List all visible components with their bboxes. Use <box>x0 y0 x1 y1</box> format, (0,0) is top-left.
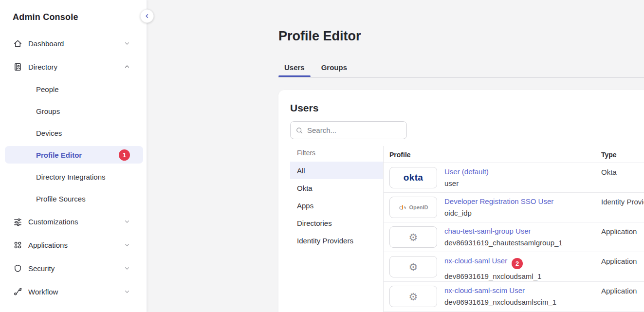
openid-logo: OpenID <box>389 197 437 218</box>
profile-type: Identity Provider <box>601 198 644 206</box>
sidebar-item-customizations[interactable]: Customizations <box>5 212 142 231</box>
tab-bar: Users Groups <box>278 59 353 77</box>
sidebar-collapse-button[interactable] <box>140 9 154 23</box>
profile-subtitle: user <box>444 179 489 187</box>
profiles-table: Profile Type okta User (default) user Ok… <box>383 146 644 312</box>
panel-title: Users <box>290 102 318 114</box>
sidebar-item-reports[interactable] <box>5 306 142 312</box>
profile-type: Application <box>601 257 637 265</box>
table-row: ⚙︎ chau-test-saml-group User dev86931619… <box>383 222 644 252</box>
profile-subtitle: dev86931619_nxcloudsaml_1 <box>444 272 541 280</box>
directory-icon <box>13 62 22 72</box>
table-row: ⚙︎ nx-cloud-saml User2 dev86931619_nxclo… <box>383 252 644 282</box>
sidebar-item-profile-sources[interactable]: Profile Sources <box>5 190 143 207</box>
chevron-down-icon <box>124 265 130 272</box>
profile-subtitle: dev86931619_nxcloudsamlscim_1 <box>444 298 556 306</box>
step-badge-2: 2 <box>512 258 523 269</box>
app-title: Admin Console <box>13 12 78 22</box>
sliders-icon <box>13 217 22 226</box>
gear-icon: ⚙︎ <box>389 256 437 277</box>
sidebar-item-security[interactable]: Security <box>5 259 142 277</box>
tab-users[interactable]: Users <box>278 59 311 77</box>
table-header: Profile Type <box>383 146 644 163</box>
profile-type: Application <box>601 227 637 236</box>
sidebar-item-applications[interactable]: Applications <box>5 236 142 254</box>
filter-apps[interactable]: Apps <box>290 197 383 214</box>
sidebar-item-people[interactable]: People <box>5 80 143 98</box>
gear-icon: ⚙︎ <box>389 226 437 248</box>
gear-icon: ⚙︎ <box>389 286 437 307</box>
sidebar-item-workflow[interactable]: Workflow <box>5 282 142 301</box>
users-panel: Users Filters All Okta Apps Directories … <box>278 90 644 312</box>
openid-icon <box>398 203 407 212</box>
column-header-type: Type <box>601 151 617 159</box>
search-input-wrap[interactable] <box>290 121 407 139</box>
profile-link-user-default[interactable]: User (default) <box>444 167 489 176</box>
table-row: ⚙︎ nx-cloud-saml-scim User dev86931619_n… <box>383 282 644 312</box>
tab-divider <box>278 77 644 78</box>
profile-link-chau-test-saml-group[interactable]: chau-test-saml-group User <box>444 227 531 235</box>
profile-type: Okta <box>601 168 617 176</box>
sidebar-item-directory-integrations[interactable]: Directory Integrations <box>5 168 143 185</box>
filters-label: Filters <box>297 149 315 157</box>
okta-logo: okta <box>389 167 437 188</box>
sidebar-item-profile-editor[interactable]: Profile Editor 1 <box>5 146 143 164</box>
chevron-down-icon <box>124 218 130 225</box>
home-icon <box>13 38 22 48</box>
shield-icon <box>13 263 22 273</box>
search-icon <box>295 127 303 134</box>
tab-groups[interactable]: Groups <box>315 59 353 77</box>
sidebar-item-devices[interactable]: Devices <box>5 124 143 142</box>
filter-all[interactable]: All <box>290 162 383 179</box>
profile-link-dev-registration-sso[interactable]: Developer Registration SSO User <box>444 197 553 205</box>
profile-link-nx-cloud-saml-scim[interactable]: nx-cloud-saml-scim User <box>444 286 525 294</box>
table-row: okta User (default) user Okta <box>383 163 644 193</box>
table-row: OpenID Developer Registration SSO User o… <box>383 193 644 222</box>
sidebar-item-groups[interactable]: Groups <box>5 102 143 120</box>
filter-identity-providers[interactable]: Identity Providers <box>290 232 383 249</box>
admin-console-page: Profile Editor Users Groups Users Filter… <box>0 0 644 312</box>
column-header-profile: Profile <box>389 151 411 159</box>
filter-directories[interactable]: Directories <box>290 214 383 232</box>
chevron-up-icon <box>124 63 130 70</box>
page-title: Profile Editor <box>278 29 361 44</box>
apps-grid-icon <box>13 240 22 250</box>
search-input[interactable] <box>307 126 402 134</box>
workflow-icon <box>13 287 22 296</box>
profile-subtitle: dev86931619_chautestsamlgroup_1 <box>444 239 563 247</box>
sidebar: Admin Console Dashboard Directory People… <box>0 0 147 312</box>
chevron-down-icon <box>124 241 130 248</box>
bar-chart-icon <box>13 310 22 312</box>
profile-link-nx-cloud-saml[interactable]: nx-cloud-saml User <box>444 257 507 265</box>
chevron-left-icon <box>144 13 150 19</box>
step-badge-1: 1 <box>119 149 130 161</box>
profile-type: Application <box>601 287 637 295</box>
chevron-down-icon <box>124 40 130 47</box>
profile-subtitle: oidc_idp <box>444 209 553 217</box>
sidebar-item-dashboard[interactable]: Dashboard <box>5 34 142 53</box>
filter-okta[interactable]: Okta <box>290 179 383 197</box>
chevron-down-icon <box>124 288 130 295</box>
sidebar-item-directory[interactable]: Directory <box>5 57 142 76</box>
